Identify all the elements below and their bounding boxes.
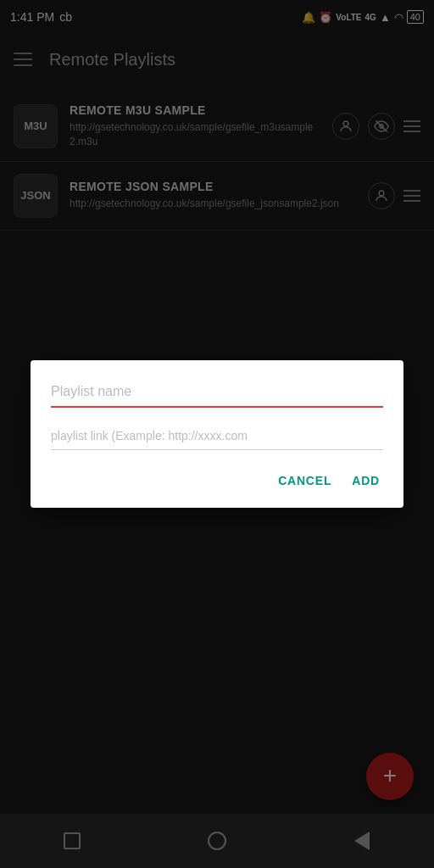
add-button[interactable]: ADD <box>348 467 383 494</box>
playlist-name-input[interactable] <box>51 381 383 408</box>
playlist-link-input[interactable] <box>51 425 383 450</box>
cancel-button[interactable]: CANCEL <box>275 467 335 494</box>
add-playlist-dialog: CANCEL ADD <box>31 360 403 508</box>
dialog-actions: CANCEL ADD <box>51 467 383 494</box>
playlist-link-field <box>51 425 383 450</box>
playlist-name-field <box>51 381 383 408</box>
dialog-overlay: CANCEL ADD <box>0 0 434 868</box>
